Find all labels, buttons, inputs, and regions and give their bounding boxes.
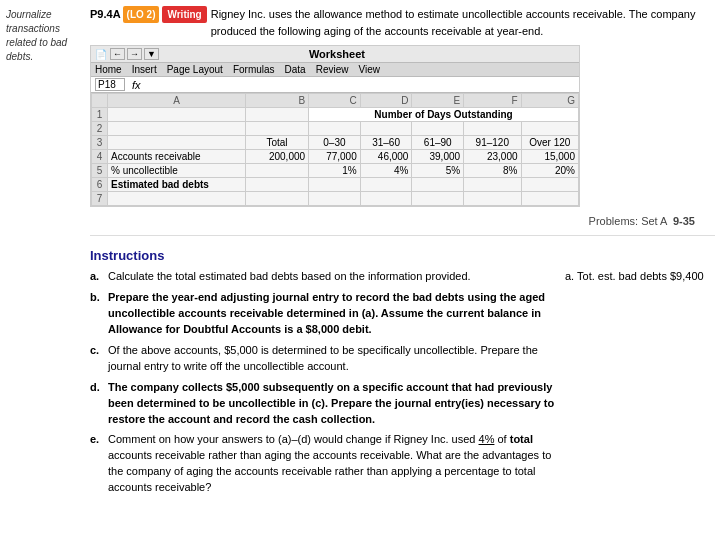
- cell-5c[interactable]: 1%: [309, 164, 361, 178]
- cell-3e[interactable]: 61–90: [412, 136, 464, 150]
- cell-4g[interactable]: 15,000: [521, 150, 578, 164]
- main-content: P9.4A (LO 2) Writing Rigney Inc. uses th…: [90, 0, 723, 550]
- cell-7d[interactable]: [360, 192, 412, 206]
- cell-3c[interactable]: 0–30: [309, 136, 361, 150]
- cell-3b[interactable]: Total: [245, 136, 308, 150]
- cell-2e[interactable]: [412, 122, 464, 136]
- menu-insert[interactable]: Insert: [132, 64, 157, 75]
- cell-1c-span: Number of Days Outstanding: [309, 108, 579, 122]
- row-number: 5: [92, 164, 108, 178]
- cell-7b[interactable]: [245, 192, 308, 206]
- row-number: 7: [92, 192, 108, 206]
- excel-menu-bar: Home Insert Page Layout Formulas Data Re…: [91, 63, 579, 77]
- col-header-blank: [92, 94, 108, 108]
- table-row: 3 Total 0–30 31–60 61–90 91–120 Over 120: [92, 136, 579, 150]
- col-header-d: D: [360, 94, 412, 108]
- writing-badge: Writing: [162, 6, 206, 23]
- cell-2b[interactable]: [245, 122, 308, 136]
- menu-data[interactable]: Data: [285, 64, 306, 75]
- undo-button[interactable]: ←: [110, 48, 125, 60]
- cell-4e[interactable]: 39,000: [412, 150, 464, 164]
- list-item: d. The company collects $5,000 subsequen…: [90, 380, 715, 428]
- cell-6b[interactable]: [245, 178, 308, 192]
- instruction-list: a. Calculate the total estimated bad deb…: [90, 269, 715, 496]
- problem-description: Rigney Inc. uses the allowance method to…: [211, 6, 715, 39]
- inst-text-e: Comment on how your answers to (a)–(d) w…: [108, 432, 555, 496]
- cell-3d[interactable]: 31–60: [360, 136, 412, 150]
- inst-label-e: e.: [90, 432, 104, 496]
- cell-3a[interactable]: [108, 136, 246, 150]
- excel-icons: 📄 ← → ▼: [95, 48, 159, 60]
- spreadsheet-table: A B C D E F G 1 Number of D: [91, 93, 579, 206]
- cell-5b[interactable]: [245, 164, 308, 178]
- cell-reference[interactable]: P18: [95, 78, 125, 91]
- menu-page-layout[interactable]: Page Layout: [167, 64, 223, 75]
- left-margin-text: Journalize transactions related to bad d…: [0, 0, 90, 550]
- inst-label-d: d.: [90, 380, 104, 428]
- cell-6d[interactable]: [360, 178, 412, 192]
- cell-7a[interactable]: [108, 192, 246, 206]
- row-number: 4: [92, 150, 108, 164]
- cell-2d[interactable]: [360, 122, 412, 136]
- col-header-g: G: [521, 94, 578, 108]
- cell-7e[interactable]: [412, 192, 464, 206]
- inst-hint-a: a. Tot. est. bad debts $9,400: [555, 269, 715, 285]
- row-number: 6: [92, 178, 108, 192]
- col-header-a: A: [108, 94, 246, 108]
- cell-7g[interactable]: [521, 192, 578, 206]
- cell-2c[interactable]: [309, 122, 361, 136]
- menu-review[interactable]: Review: [316, 64, 349, 75]
- cell-5f[interactable]: 8%: [464, 164, 521, 178]
- inst-text-d: The company collects $5,000 subsequently…: [108, 380, 555, 428]
- cell-5a[interactable]: % uncollectible: [108, 164, 246, 178]
- col-header-c: C: [309, 94, 361, 108]
- table-row: 6 Estimated bad debts: [92, 178, 579, 192]
- cell-4a[interactable]: Accounts receivable: [108, 150, 246, 164]
- cell-5g[interactable]: 20%: [521, 164, 578, 178]
- list-item: e. Comment on how your answers to (a)–(d…: [90, 432, 715, 496]
- cell-4c[interactable]: 77,000: [309, 150, 361, 164]
- menu-home[interactable]: Home: [95, 64, 122, 75]
- cell-3f[interactable]: 91–120: [464, 136, 521, 150]
- save-button[interactable]: ▼: [144, 48, 159, 60]
- instructions-title: Instructions: [90, 248, 715, 263]
- inst-label-c: c.: [90, 343, 104, 375]
- cell-6c[interactable]: [309, 178, 361, 192]
- cell-4d[interactable]: 46,000: [360, 150, 412, 164]
- inst-text-b: Prepare the year-end adjusting journal e…: [108, 290, 555, 338]
- cell-2a[interactable]: [108, 122, 246, 136]
- table-row: 5 % uncollectible 1% 4% 5% 8% 20%: [92, 164, 579, 178]
- redo-button[interactable]: →: [127, 48, 142, 60]
- excel-spreadsheet: 📄 ← → ▼ Worksheet Home Insert Page Layou…: [90, 45, 580, 207]
- cell-6e[interactable]: [412, 178, 464, 192]
- lo-badge: (LO 2): [123, 6, 160, 23]
- col-header-f: F: [464, 94, 521, 108]
- cell-2f[interactable]: [464, 122, 521, 136]
- cell-6g[interactable]: [521, 178, 578, 192]
- excel-titlebar: 📄 ← → ▼ Worksheet: [91, 46, 579, 63]
- cell-7f[interactable]: [464, 192, 521, 206]
- cell-6a[interactable]: Estimated bad debts: [108, 178, 246, 192]
- inst-hint-b: [555, 290, 715, 338]
- inst-label-a: a.: [90, 269, 104, 285]
- cell-4f[interactable]: 23,000: [464, 150, 521, 164]
- cell-3g[interactable]: Over 120: [521, 136, 578, 150]
- col-header-e: E: [412, 94, 464, 108]
- divider: [90, 235, 715, 236]
- cell-1a[interactable]: [108, 108, 246, 122]
- inst-hint-e: [555, 432, 715, 496]
- menu-view[interactable]: View: [358, 64, 380, 75]
- menu-formulas[interactable]: Formulas: [233, 64, 275, 75]
- table-row: 1 Number of Days Outstanding: [92, 108, 579, 122]
- cell-5e[interactable]: 5%: [412, 164, 464, 178]
- cell-7c[interactable]: [309, 192, 361, 206]
- cell-2g[interactable]: [521, 122, 578, 136]
- cell-5d[interactable]: 4%: [360, 164, 412, 178]
- problem-header: P9.4A (LO 2) Writing Rigney Inc. uses th…: [90, 6, 715, 39]
- excel-title: Worksheet: [159, 48, 515, 60]
- cell-6f[interactable]: [464, 178, 521, 192]
- inst-text-c: Of the above accounts, $5,000 is determi…: [108, 343, 555, 375]
- cell-4b[interactable]: 200,000: [245, 150, 308, 164]
- cell-1b[interactable]: [245, 108, 308, 122]
- inst-hint-c: [555, 343, 715, 375]
